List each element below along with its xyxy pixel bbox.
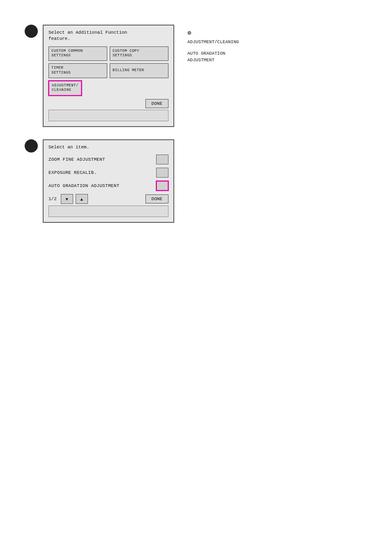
annotation-line4: ADJUSTMENT bbox=[187, 58, 239, 62]
annotation-line1: ADJUSTMENT/CLEANING bbox=[187, 39, 239, 44]
step2-bullet bbox=[25, 139, 38, 153]
step1-dialog-title: Select an Additional Function feature. bbox=[48, 30, 168, 42]
nav-down-btn[interactable]: ▼ bbox=[61, 194, 73, 204]
zoom-fine-label: ZOOM FINE ADJUSTMENT bbox=[48, 157, 105, 162]
annotation-line3: AUTO GRADATION bbox=[187, 51, 239, 56]
annotation-line2 bbox=[187, 46, 239, 49]
auto-gradation-label: AUTO GRADATION ADJUSTMENT bbox=[48, 183, 120, 188]
exposure-recalib-row: EXPOSURE RECALIB. bbox=[48, 168, 168, 178]
exposure-recalib-label: EXPOSURE RECALIB. bbox=[48, 170, 97, 175]
billing-meter-btn[interactable]: BILLING METER bbox=[110, 63, 168, 78]
custom-common-settings-btn[interactable]: CUSTOM COMMONSETTINGS bbox=[48, 46, 107, 61]
step1-panel-footer bbox=[48, 110, 168, 121]
step2-panel-footer bbox=[48, 206, 168, 217]
page: Select an Additional Function feature. C… bbox=[0, 0, 392, 543]
step1-annotation: ⊚ ADJUSTMENT/CLEANING AUTO GRADATION ADJ… bbox=[187, 29, 239, 62]
page-number: 1/2 bbox=[48, 196, 57, 201]
step2-content: Select an item. ZOOM FINE ADJUSTMENT EXP… bbox=[25, 139, 392, 223]
step1-content: Select an Additional Function feature. C… bbox=[25, 25, 392, 127]
step2-done-btn[interactable]: DONE bbox=[145, 194, 168, 203]
step1-done-row: DONE bbox=[48, 99, 168, 108]
zoom-fine-row: ZOOM FINE ADJUSTMENT bbox=[48, 155, 168, 164]
custom-copy-settings-btn[interactable]: CUSTOM COPYSETTINGS bbox=[110, 46, 168, 61]
step2-dialog: Select an item. ZOOM FINE ADJUSTMENT EXP… bbox=[43, 139, 174, 223]
step2-row: Select an item. ZOOM FINE ADJUSTMENT EXP… bbox=[0, 139, 392, 223]
nav-up-btn[interactable]: ▲ bbox=[76, 194, 88, 204]
step1-done-btn[interactable]: DONE bbox=[145, 99, 168, 108]
annotation-icon: ⊚ bbox=[187, 29, 239, 37]
step1-single-btn-row: ADJUSTMENT/CLEANING bbox=[48, 81, 168, 96]
step1-btn-grid: CUSTOM COMMONSETTINGS CUSTOM COPYSETTING… bbox=[48, 46, 168, 78]
zoom-fine-btn[interactable] bbox=[156, 155, 168, 164]
step1-row: Select an Additional Function feature. C… bbox=[0, 25, 392, 127]
timer-settings-btn[interactable]: TIMERSETTINGS bbox=[48, 63, 107, 78]
step1-dialog: Select an Additional Function feature. C… bbox=[43, 25, 174, 127]
step2-dialog-title: Select an item. bbox=[48, 144, 168, 150]
pagination-row: 1/2 ▼ ▲ DONE bbox=[48, 194, 168, 204]
auto-gradation-btn[interactable] bbox=[156, 181, 168, 191]
exposure-recalib-btn[interactable] bbox=[156, 168, 168, 178]
auto-gradation-row: AUTO GRADATION ADJUSTMENT bbox=[48, 181, 168, 191]
step1-bullet bbox=[25, 25, 38, 38]
adjustment-cleaning-btn[interactable]: ADJUSTMENT/CLEANING bbox=[48, 81, 82, 96]
